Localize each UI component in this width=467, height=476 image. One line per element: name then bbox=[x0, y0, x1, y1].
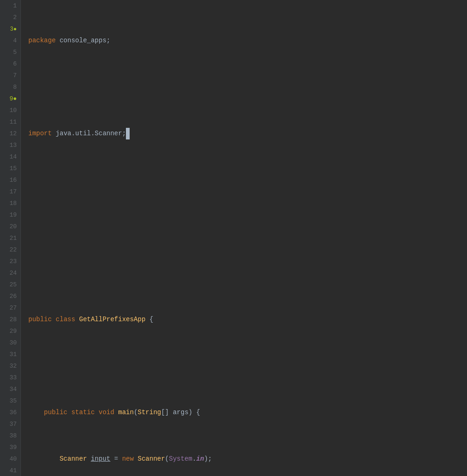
ln-31: 31 bbox=[0, 349, 17, 360]
ln-8: 8 bbox=[0, 81, 17, 93]
code-content[interactable]: package console_apps; import java.util.S… bbox=[21, 0, 467, 476]
ln-36: 36 bbox=[0, 407, 17, 418]
ln-33: 33 bbox=[0, 372, 17, 383]
code-line-7: public class GetAllPrefixesApp { bbox=[28, 314, 467, 325]
ln-10: 10⚠ bbox=[0, 105, 17, 116]
ln-30: 30 bbox=[0, 337, 17, 349]
ln-29: 29 bbox=[0, 325, 17, 337]
code-line-4 bbox=[28, 174, 467, 186]
ln-14: 14 bbox=[0, 151, 17, 163]
ln-40: 40 bbox=[0, 453, 17, 465]
ln-27: 27 bbox=[0, 302, 17, 314]
code-line-5 bbox=[28, 221, 467, 232]
code-editor: 1 2 3● 4 5 6 7 8 9● 10⚠ 11 12 13 14 15 1… bbox=[0, 0, 467, 476]
code-line-8 bbox=[28, 360, 467, 372]
ln-39: 39 bbox=[0, 442, 17, 453]
ln-41: 41 bbox=[0, 465, 17, 476]
ln-1: 1 bbox=[0, 0, 17, 12]
ln-32: 32 bbox=[0, 360, 17, 372]
code-line-2 bbox=[28, 81, 467, 93]
ln-6: 6 bbox=[0, 58, 17, 70]
ln-16: 16 bbox=[0, 174, 17, 186]
code-line-6 bbox=[28, 267, 467, 279]
ln-9: 9● bbox=[0, 93, 17, 105]
ln-25: 25 bbox=[0, 279, 17, 291]
code-line-1: package console_apps; bbox=[28, 35, 467, 46]
code-line-9: public static void main(String[] args) { bbox=[28, 407, 467, 418]
ln-28: 28 bbox=[0, 314, 17, 325]
ln-34: 34 bbox=[0, 383, 17, 395]
ln-38: 38 bbox=[0, 430, 17, 442]
code-line-3: import java.util.Scanner; bbox=[28, 128, 467, 139]
ln-11: 11 bbox=[0, 116, 17, 128]
ln-17: 17 bbox=[0, 186, 17, 198]
ln-15: 15 bbox=[0, 163, 17, 174]
ln-23: 23 bbox=[0, 256, 17, 267]
ln-26: 26 bbox=[0, 291, 17, 302]
code-line-10: Scanner input = new Scanner(System.in); bbox=[28, 453, 467, 465]
ln-35: 35 bbox=[0, 395, 17, 407]
ln-18: 18 bbox=[0, 198, 17, 209]
ln-13: 13 bbox=[0, 139, 17, 151]
ln-21: 21 bbox=[0, 232, 17, 244]
ln-24: 24 bbox=[0, 267, 17, 279]
ln-20: 20 bbox=[0, 221, 17, 232]
ln-4: 4 bbox=[0, 35, 17, 46]
ln-37: 37 bbox=[0, 418, 17, 430]
ln-7: 7 bbox=[0, 70, 17, 81]
line-numbers: 1 2 3● 4 5 6 7 8 9● 10⚠ 11 12 13 14 15 1… bbox=[0, 0, 21, 476]
ln-2: 2 bbox=[0, 12, 17, 23]
ln-19: 19 bbox=[0, 209, 17, 221]
ln-3[interactable]: 3● bbox=[0, 23, 17, 35]
ln-12: 12 bbox=[0, 128, 17, 139]
ln-22: 22 bbox=[0, 244, 17, 256]
ln-5: 5 bbox=[0, 46, 17, 58]
